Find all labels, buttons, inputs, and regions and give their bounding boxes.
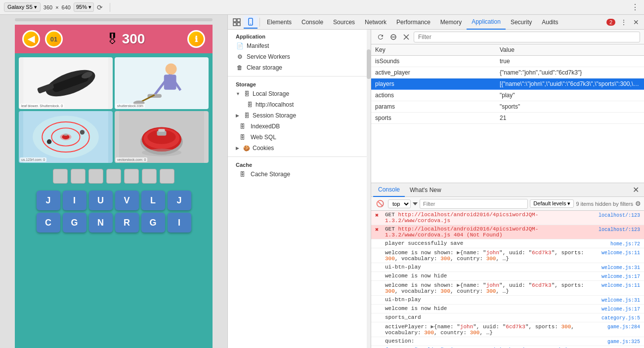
sidebar-item-clear-storage[interactable]: 🗑 Clear storage xyxy=(228,62,367,73)
table-row[interactable]: sports 21 xyxy=(371,113,644,124)
error-icon-1: ✖ xyxy=(375,212,383,219)
sidebar-item-service-workers[interactable]: ⚙ Service Workers xyxy=(228,51,367,62)
table-row[interactable]: active_player {"name":"john","uuid":"6cd… xyxy=(371,67,644,78)
hidden-items-count: 9 items hidden by filters xyxy=(576,201,633,207)
sidebar-item-indexeddb[interactable]: 🗄 IndexedDB xyxy=(228,121,367,132)
letter-C[interactable]: C xyxy=(37,213,60,232)
tab-audits[interactable]: Audits xyxy=(537,15,563,30)
console-source-welcome-31b[interactable]: welcome.js:31 xyxy=(601,297,640,303)
sidebar-item-session-storage[interactable]: ▶ 🗄 Session Storage xyxy=(228,110,367,121)
expand-local-storage-icon: ▼ xyxy=(236,91,241,96)
back-button[interactable]: ◀ xyxy=(22,30,40,48)
sidebar-item-cookies[interactable]: ▶ 🍪 Cookies xyxy=(228,143,367,154)
letter-U[interactable]: U xyxy=(89,191,113,210)
error-source-2[interactable]: localhost/:123 xyxy=(599,226,640,232)
device-selector[interactable]: Galaxy S5 ▾ xyxy=(4,2,41,12)
answer-box-7[interactable] xyxy=(160,169,174,184)
letter-I[interactable]: I xyxy=(63,191,86,210)
close-console-button[interactable]: ✕ xyxy=(630,184,642,195)
block-storage-button[interactable] xyxy=(388,33,399,41)
letter-L[interactable]: L xyxy=(141,191,165,210)
error-source-1[interactable]: localhost/:123 xyxy=(599,212,640,218)
default-levels-button[interactable]: Default levels ▾ xyxy=(530,199,574,208)
zoom-selector[interactable]: 95% ▾ xyxy=(74,2,94,12)
console-line-question-obj[interactable]: ▶ {answer: "curling", images: Array(4), … xyxy=(371,346,644,348)
letter-V[interactable]: V xyxy=(115,191,139,210)
storage-filter-input[interactable] xyxy=(414,32,640,42)
devtools-more-button[interactable]: ⋮ xyxy=(617,17,630,27)
sidebar-application-label: Application xyxy=(228,30,367,40)
console-tab-whats-new[interactable]: What's New xyxy=(405,183,446,197)
tab-elements[interactable]: Elements xyxy=(262,15,297,30)
inspect-tool-button[interactable] xyxy=(230,16,244,28)
console-source-game-325[interactable]: game.js:325 xyxy=(607,338,640,345)
svg-rect-5 xyxy=(119,57,204,109)
context-selector[interactable]: top xyxy=(388,199,411,208)
tab-memory[interactable]: Memory xyxy=(435,15,467,30)
letter-I-2[interactable]: I xyxy=(168,213,191,232)
console-source-welcome-17b[interactable]: welcome.js:17 xyxy=(601,306,640,312)
rotate-button[interactable]: ⟳ xyxy=(97,3,103,11)
sidebar-item-localhost[interactable]: 🗄 http://localhost xyxy=(228,99,367,110)
letter-J-2[interactable]: J xyxy=(168,191,191,210)
tab-application[interactable]: Application xyxy=(467,15,506,30)
tab-network[interactable]: Network xyxy=(360,15,391,30)
more-options-button[interactable]: ⋮ xyxy=(631,2,640,12)
console-source-welcome-17a[interactable]: welcome.js:17 xyxy=(601,273,640,279)
tab-console[interactable]: Console xyxy=(297,15,328,30)
answer-box-6[interactable] xyxy=(142,169,157,184)
letter-G-1[interactable]: G xyxy=(63,213,86,232)
delete-storage-button[interactable] xyxy=(401,33,412,41)
devtools-close-button[interactable]: ✕ xyxy=(630,17,642,27)
svg-point-35 xyxy=(250,23,251,24)
console-source-game-284[interactable]: game.js:284 xyxy=(607,323,640,330)
sidebar-item-manifest[interactable]: 📄 Manifest xyxy=(228,40,367,51)
console-line-player-save: player successfully save home.js:72 xyxy=(371,239,644,248)
console-source-welcome-11[interactable]: welcome.js:11 xyxy=(601,249,640,256)
dimension-x: × xyxy=(55,4,58,10)
letter-R[interactable]: R xyxy=(115,213,139,232)
answer-box-3[interactable] xyxy=(88,169,103,184)
console-error-line-2: ✖ GET http://localhost/android2016/4pics… xyxy=(371,225,644,239)
sidebar-item-local-storage[interactable]: ▼ 🗄 Local Storage xyxy=(228,88,367,99)
table-row[interactable]: actions "play" xyxy=(371,90,644,101)
answer-box-5[interactable] xyxy=(124,169,139,184)
svg-rect-28 xyxy=(158,129,165,132)
tab-security[interactable]: Security xyxy=(506,15,537,30)
error-link-1[interactable]: http://localhost/android2016/4pics1wordJ… xyxy=(385,212,538,224)
clear-storage-icon: 🗑 xyxy=(236,64,244,71)
console-tab-console[interactable]: Console xyxy=(373,183,405,197)
game-image-2: shutterstock.com xyxy=(115,57,209,109)
sidebar-item-cache-storage[interactable]: 🗄 Cache Storage xyxy=(228,169,367,180)
console-settings-button[interactable]: ⚙ xyxy=(635,200,641,207)
console-source-welcome-31[interactable]: welcome.js:31 xyxy=(601,264,640,271)
console-source-category[interactable]: category.js:5 xyxy=(601,314,640,321)
local-storage-db-icon: 🗄 xyxy=(243,91,251,97)
svg-marker-40 xyxy=(413,202,418,205)
answer-box-2[interactable] xyxy=(71,169,86,184)
letter-G-2[interactable]: G xyxy=(141,213,165,232)
console-source-welcome-11b[interactable]: welcome.js:11 xyxy=(601,282,640,288)
sidebar-item-websql[interactable]: 🗄 Web SQL xyxy=(228,132,367,143)
tab-performance[interactable]: Performance xyxy=(391,15,435,30)
answer-box-4[interactable] xyxy=(106,169,121,184)
answer-box-1[interactable] xyxy=(53,169,68,184)
table-row-players[interactable]: players [{"name\":\"john\",\"uuid\":\"6c… xyxy=(371,78,644,90)
image3-label: us.123rf.com: 0 xyxy=(20,157,46,162)
console-source-home[interactable]: home.js:72 xyxy=(610,240,640,247)
svg-point-21 xyxy=(80,130,85,135)
info-button[interactable]: ℹ xyxy=(187,30,205,48)
letter-N[interactable]: N xyxy=(89,213,113,232)
clear-console-button[interactable]: 🚫 xyxy=(374,199,386,208)
session-storage-db-icon: 🗄 xyxy=(243,113,251,118)
refresh-storage-button[interactable] xyxy=(375,33,386,41)
device-toolbar-button[interactable] xyxy=(244,16,258,29)
websql-icon: 🗄 xyxy=(236,134,249,140)
console-line-ui-btn-2: ui-btn-play welcome.js:31 xyxy=(371,296,644,305)
table-row[interactable]: isSounds true xyxy=(371,56,644,67)
cookies-icon: 🍪 xyxy=(243,145,251,152)
console-filter-input[interactable] xyxy=(420,199,528,209)
table-row[interactable]: params "sports" xyxy=(371,101,644,113)
tab-sources[interactable]: Sources xyxy=(328,15,360,30)
letter-J-1[interactable]: J xyxy=(37,191,60,210)
